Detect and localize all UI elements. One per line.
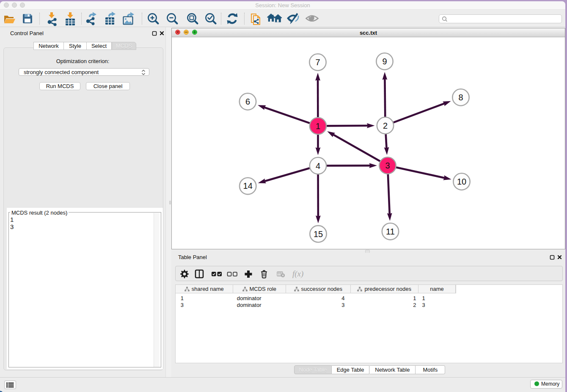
svg-text:f(x): f(x): [292, 269, 303, 279]
svg-text:7: 7: [315, 58, 320, 67]
svg-text:2: 2: [383, 121, 388, 130]
svg-text:10: 10: [457, 177, 466, 186]
svg-text:1: 1: [316, 121, 320, 130]
svg-text:4: 4: [316, 161, 320, 170]
svg-text:6: 6: [245, 97, 250, 106]
svg-text:3: 3: [385, 161, 390, 170]
svg-text:14: 14: [243, 181, 253, 190]
svg-text:9: 9: [382, 57, 387, 66]
svg-text:11: 11: [386, 226, 395, 236]
svg-text:8: 8: [458, 93, 463, 102]
svg-text:15: 15: [314, 229, 323, 238]
